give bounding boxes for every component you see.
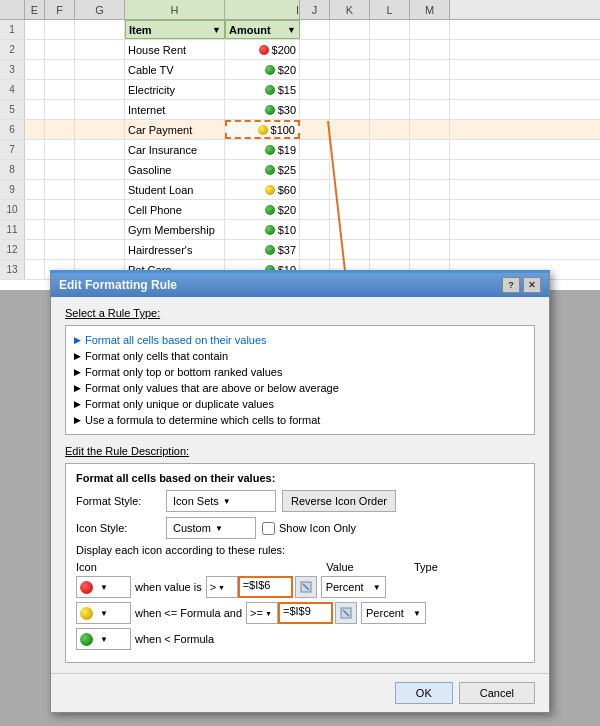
bullet-arrow: ▶ [74, 399, 81, 409]
col-headers: E F G H I J K L M [0, 0, 600, 20]
icon-style-label: Icon Style: [76, 522, 166, 534]
table-row: 7 Car Insurance $19 [0, 140, 600, 160]
cancel-button[interactable]: Cancel [459, 682, 535, 704]
bullet-arrow: ▶ [74, 335, 81, 345]
item-header: Item ▼ [125, 20, 225, 39]
icon-rule-row: ▼ when value is > ▼ =$I$6 Percent ▼ [76, 576, 524, 598]
chevron-down-icon-2: ▼ [215, 524, 223, 533]
help-button[interactable]: ? [502, 277, 520, 293]
select-rule-label: Select a Rule Type: [65, 307, 535, 319]
type-dropdown-1[interactable]: Percent ▼ [361, 602, 426, 624]
format-style-dropdown[interactable]: Icon Sets ▼ [166, 490, 276, 512]
table-row: 12 Hairdresser's $37 [0, 240, 600, 260]
close-button[interactable]: ✕ [523, 277, 541, 293]
table-row: 10 Cell Phone $20 [0, 200, 600, 220]
icon-rule-row: ▼ when <= Formula and >= ▼ =$I$9 Percent… [76, 602, 524, 624]
rule-types-list: ▶Format all cells based on their values▶… [65, 325, 535, 435]
rule-type-item[interactable]: ▶Format only cells that contain [74, 348, 526, 364]
chevron-down-icon: ▼ [218, 584, 225, 591]
icon-style-row: Icon Style: Custom ▼ Show Icon Only [76, 517, 524, 539]
icon-dot-dropdown-0[interactable]: ▼ [76, 576, 131, 598]
type-dropdown-0[interactable]: Percent ▼ [321, 576, 386, 598]
condition-text-0: when value is [135, 581, 202, 593]
col-h-header: H [125, 0, 225, 19]
icon-rows-container: ▼ when value is > ▼ =$I$6 Percent ▼ ▼ wh… [76, 576, 524, 650]
icon-dot-dropdown-1[interactable]: ▼ [76, 602, 131, 624]
bullet-arrow: ▶ [74, 351, 81, 361]
chevron-down-icon: ▼ [265, 610, 272, 617]
chevron-down-icon: ▼ [373, 583, 381, 592]
col-e-header: E [25, 0, 45, 19]
dialog-titlebar: Edit Formatting Rule ? ✕ [51, 273, 549, 297]
table-row: 8 Gasoline $25 [0, 160, 600, 180]
reverse-icon-order-button[interactable]: Reverse Icon Order [282, 490, 396, 512]
col-k-header: K [330, 0, 370, 19]
dialog-footer: OK Cancel [51, 673, 549, 712]
chevron-down-icon: ▼ [100, 583, 108, 592]
value-input-0[interactable]: =$I$6 [238, 576, 293, 598]
operator-dropdown-1[interactable]: >= ▼ [246, 602, 278, 624]
titlebar-buttons: ? ✕ [502, 277, 541, 293]
value-selector-btn-0[interactable] [295, 576, 317, 598]
col-j-header: J [300, 0, 330, 19]
dialog-body: Select a Rule Type: ▶Format all cells ba… [51, 297, 549, 673]
rule-type-item[interactable]: ▶Format all cells based on their values [74, 332, 526, 348]
amount-header: Amount ▼ [225, 20, 300, 39]
table-row: 9 Student Loan $60 [0, 180, 600, 200]
display-rules-label: Display each icon according to these rul… [76, 544, 524, 556]
bullet-arrow: ▶ [74, 367, 81, 377]
rule-type-item[interactable]: ▶Format only top or bottom ranked values [74, 364, 526, 380]
col-l-header: L [370, 0, 410, 19]
spreadsheet: E F G H I J K L M 1 Item ▼ Amount ▼ 2 Ho… [0, 0, 600, 290]
value-selector-btn-1[interactable] [335, 602, 357, 624]
show-icon-only-label: Show Icon Only [279, 522, 356, 534]
value-input-1[interactable]: =$I$9 [278, 602, 333, 624]
col-i-header: I [225, 0, 300, 19]
table-row: 11 Gym Membership $10 [0, 220, 600, 240]
desc-title: Format all cells based on their values: [76, 472, 524, 484]
table-row: 4 Electricity $15 [0, 80, 600, 100]
icon-table-header: Icon Value Type [76, 561, 524, 573]
table-row: 6 Car Payment $100 [0, 120, 600, 140]
rule-type-item[interactable]: ▶Format only unique or duplicate values [74, 396, 526, 412]
icon-rule-row: ▼ when < Formula [76, 628, 524, 650]
operator-dropdown-0[interactable]: > ▼ [206, 576, 238, 598]
icon-dot-dropdown-2[interactable]: ▼ [76, 628, 131, 650]
data-rows: 2 House Rent $200 3 Cable TV $20 4 Elect… [0, 40, 600, 280]
icon-style-dropdown[interactable]: Custom ▼ [166, 517, 256, 539]
col-value-label: Value [300, 561, 380, 573]
edit-formatting-dialog: Edit Formatting Rule ? ✕ Select a Rule T… [50, 270, 550, 713]
col-type-label: Type [414, 561, 484, 573]
chevron-down-icon: ▼ [100, 609, 108, 618]
condition-text-2: when < Formula [135, 633, 214, 645]
rule-type-item[interactable]: ▶Format only values that are above or be… [74, 380, 526, 396]
table-row: 3 Cable TV $20 [0, 60, 600, 80]
chevron-down-icon: ▼ [223, 497, 231, 506]
format-style-row: Format Style: Icon Sets ▼ Reverse Icon O… [76, 490, 524, 512]
table-row: 5 Internet $30 [0, 100, 600, 120]
col-m-header: M [410, 0, 450, 19]
rule-type-item[interactable]: ▶Use a formula to determine which cells … [74, 412, 526, 428]
format-style-label: Format Style: [76, 495, 166, 507]
col-f-header: F [45, 0, 75, 19]
show-icon-only-checkbox[interactable] [262, 522, 275, 535]
chevron-down-icon: ▼ [413, 609, 421, 618]
table-header-row: 1 Item ▼ Amount ▼ [0, 20, 600, 40]
desc-box: Format all cells based on their values: … [65, 463, 535, 663]
table-row: 2 House Rent $200 [0, 40, 600, 60]
chevron-down-icon: ▼ [100, 635, 108, 644]
col-icon-label: Icon [76, 561, 136, 573]
edit-rule-label: Edit the Rule Description: [65, 445, 535, 457]
bullet-arrow: ▶ [74, 383, 81, 393]
ok-button[interactable]: OK [395, 682, 453, 704]
col-g-header: G [75, 0, 125, 19]
condition-text-1: when <= Formula and [135, 607, 242, 619]
dialog-title: Edit Formatting Rule [59, 278, 177, 292]
show-icon-only-row: Show Icon Only [262, 522, 356, 535]
bullet-arrow: ▶ [74, 415, 81, 425]
